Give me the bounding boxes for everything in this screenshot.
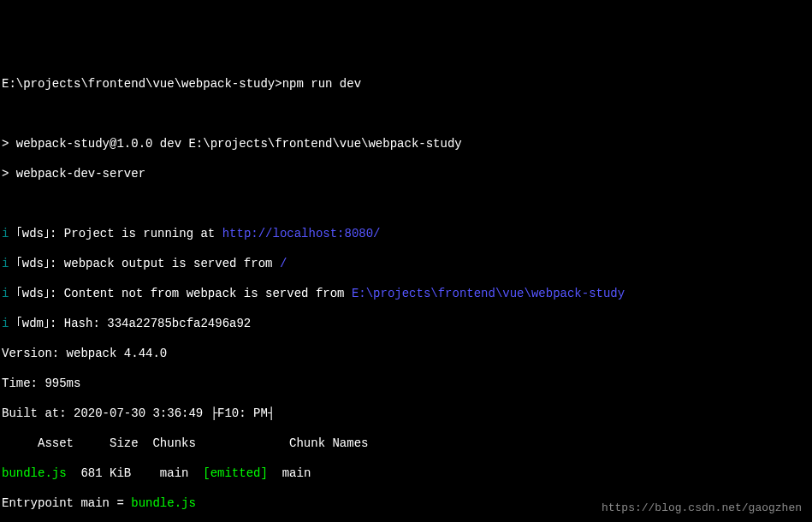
blank-line (2, 107, 810, 122)
time-line: Time: 995ms (2, 377, 810, 392)
server-url[interactable]: http://localhost:8080/ (222, 227, 381, 240)
table-header: Asset Size Chunks Chunk Names (2, 436, 810, 452)
table-row: bundle.js 681 KiB main [emitted] main (2, 466, 810, 482)
watermark: https://blog.csdn.net/gaogzhen (602, 501, 802, 515)
prompt-line: E:\projects\frontend\vue\webpack-study>n… (2, 77, 810, 92)
wds-line: i ｢wds｣: Project is running at http://lo… (2, 227, 810, 242)
wdm-hash-line: i ｢wdm｣: Hash: 334a22785bcfa2496a92 (2, 317, 810, 332)
wds-line: i ｢wds｣: webpack output is served from / (2, 257, 810, 272)
built-at-line: Built at: 2020-07-30 3:36:49 ├F10: PM┤ (2, 406, 810, 422)
terminal-output: E:\projects\frontend\vue\webpack-study>n… (2, 62, 810, 522)
version-line: Version: webpack 4.44.0 (2, 347, 810, 362)
script-line: > webpack-study@1.0.0 dev E:\projects\fr… (2, 137, 810, 152)
script-line: > webpack-dev-server (2, 167, 810, 182)
blank-line (2, 197, 810, 212)
wds-line: i ｢wds｣: Content not from webpack is ser… (2, 287, 810, 302)
